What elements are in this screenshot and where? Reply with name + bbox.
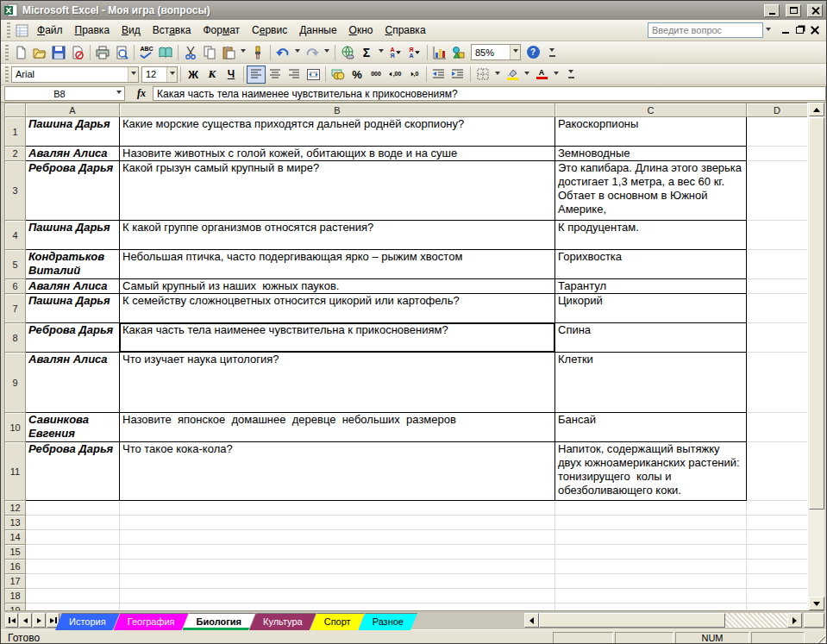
cell-D15[interactable]	[747, 545, 808, 560]
horizontal-scrollbar[interactable]	[524, 613, 802, 628]
horizontal-scroll-thumb[interactable]	[539, 613, 725, 628]
cell-C13[interactable]	[555, 516, 747, 530]
maximize-button[interactable]	[786, 4, 801, 17]
cell-B18[interactable]	[120, 589, 555, 603]
percent-style-button[interactable]: %	[348, 66, 367, 84]
column-header-D[interactable]: D	[747, 103, 808, 117]
vertical-scroll-thumb[interactable]	[809, 117, 824, 510]
row-header-9[interactable]: 9	[5, 353, 26, 413]
cell-B2[interactable]: Назовите животных с голой кожей, обитающ…	[120, 147, 555, 161]
merge-center-button[interactable]	[304, 66, 323, 84]
column-header-C[interactable]: C	[555, 103, 747, 117]
cell-C11[interactable]: Напиток, содержащий вытяжку двух южноаме…	[555, 442, 747, 501]
permission-button[interactable]	[68, 43, 87, 61]
chart-wizard-button[interactable]	[430, 43, 449, 61]
workbook-restore-button[interactable]	[796, 27, 804, 34]
cell-D16[interactable]	[747, 560, 808, 574]
row-header-3[interactable]: 3	[5, 161, 26, 221]
row-header-11[interactable]: 11	[5, 442, 26, 501]
row-header-5[interactable]: 5	[5, 250, 26, 279]
new-button[interactable]	[11, 43, 30, 61]
cell-A8[interactable]: Реброва Дарья	[26, 323, 120, 353]
row-header-14[interactable]: 14	[5, 530, 26, 545]
cell-A15[interactable]	[26, 545, 120, 560]
cell-A5[interactable]: Кондратьков Виталий	[26, 250, 120, 279]
row-header-13[interactable]: 13	[5, 516, 26, 530]
cell-A14[interactable]	[26, 530, 120, 545]
font-name-combobox[interactable]: Arial	[11, 66, 139, 83]
first-sheet-button[interactable]	[5, 613, 18, 628]
cell-C14[interactable]	[555, 530, 747, 545]
cell-D5[interactable]	[747, 250, 808, 279]
toolbar-grip-icon[interactable]	[5, 45, 9, 60]
cell-B4[interactable]: К какой группе организмов относятся раст…	[120, 221, 555, 250]
cell-C3[interactable]: Это капибара. Длина этого зверька достиг…	[555, 161, 747, 221]
font-size-combobox[interactable]: 12	[141, 66, 178, 83]
menu-insert[interactable]: Вставка	[147, 21, 197, 40]
borders-dropdown[interactable]	[492, 66, 503, 82]
cell-D18[interactable]	[747, 589, 808, 603]
print-button[interactable]	[93, 43, 112, 61]
cell-D8[interactable]	[747, 323, 808, 353]
next-sheet-button[interactable]	[33, 613, 46, 628]
cell-A10[interactable]: Савинкова Евгения	[26, 413, 120, 442]
row-header-17[interactable]: 17	[5, 574, 26, 589]
menu-help[interactable]: Справка	[379, 21, 431, 40]
cell-B3[interactable]: Какой грызун самый крупный в мире?	[120, 161, 555, 221]
sheet-tab-sport[interactable]: Спорт	[310, 613, 365, 630]
cell-A9[interactable]: Авалян Алиса	[26, 353, 120, 413]
cell-B12[interactable]	[120, 501, 555, 516]
undo-button[interactable]	[273, 43, 292, 61]
font-name-dropdown[interactable]	[128, 67, 138, 82]
cell-B11[interactable]: Что такое кока-кола?	[120, 442, 555, 501]
cell-A12[interactable]	[26, 501, 120, 516]
open-button[interactable]	[30, 43, 49, 61]
cell-B17[interactable]	[120, 574, 555, 589]
bold-button[interactable]: Ж	[184, 66, 203, 84]
toolbar-grip-icon[interactable]	[7, 22, 10, 38]
increase-decimal-button[interactable]: ,00	[385, 66, 404, 84]
cell-B7[interactable]: К семейству сложноцветных относится цико…	[120, 294, 555, 323]
sort-descending-button[interactable]: Я А	[405, 43, 424, 61]
menu-file[interactable]: Файл	[31, 21, 69, 40]
cell-C12[interactable]	[555, 501, 747, 516]
format-painter-button[interactable]	[248, 43, 267, 61]
type-question-box[interactable]: Введите вопрос	[648, 22, 763, 38]
toolbar-options-button[interactable]	[561, 66, 580, 84]
menu-view[interactable]: Вид	[116, 21, 147, 40]
cell-D17[interactable]	[747, 574, 808, 589]
currency-button[interactable]	[329, 66, 348, 84]
row-header-15[interactable]: 15	[5, 545, 26, 560]
menu-data[interactable]: Данные	[293, 21, 342, 40]
cell-B5[interactable]: Небольшая птичка, часто подергивающая яр…	[120, 250, 555, 279]
cell-D3[interactable]	[747, 161, 808, 221]
cell-B6[interactable]: Самый крупный из наших южных пауков.	[120, 279, 555, 294]
workbook-close-button[interactable]	[811, 26, 819, 34]
cell-B19[interactable]	[120, 603, 555, 611]
cell-D12[interactable]	[747, 501, 808, 516]
cell-D9[interactable]	[747, 353, 808, 413]
cell-B9[interactable]: Что изучает наука цитология?	[120, 353, 555, 413]
column-header-A[interactable]: A	[26, 103, 120, 117]
name-box-dropdown[interactable]	[114, 86, 124, 102]
cell-C6[interactable]: Тарантул	[555, 279, 747, 294]
scroll-left-button[interactable]	[524, 613, 539, 628]
drawing-button[interactable]	[449, 43, 468, 61]
cell-C1[interactable]: Ракоскорпионы	[555, 117, 747, 147]
cell-A18[interactable]	[26, 589, 120, 603]
print-preview-button[interactable]	[112, 43, 131, 61]
cell-C16[interactable]	[555, 560, 747, 574]
increase-indent-button[interactable]	[448, 66, 467, 84]
cell-A7[interactable]: Пашина Дарья	[26, 294, 120, 323]
autosum-dropdown[interactable]	[376, 45, 386, 60]
font-size-dropdown[interactable]	[166, 67, 177, 82]
cell-C4[interactable]: К продуцентам.	[555, 221, 747, 250]
cell-B13[interactable]	[120, 516, 555, 530]
row-header-1[interactable]: 1	[5, 117, 26, 147]
cell-A3[interactable]: Реброва Дарья	[26, 161, 120, 221]
vertical-scrollbar[interactable]	[807, 103, 824, 610]
cell-D10[interactable]	[747, 413, 808, 442]
cell-D6[interactable]	[747, 279, 808, 294]
cell-C15[interactable]	[555, 545, 747, 560]
fill-color-dropdown[interactable]	[522, 66, 532, 82]
